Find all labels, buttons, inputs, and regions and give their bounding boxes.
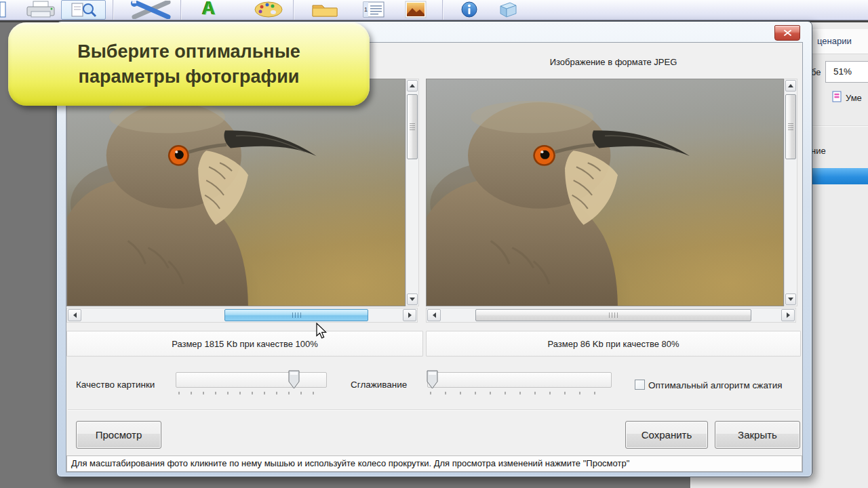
right-arrow-icon xyxy=(408,312,412,318)
balloon-line-2: параметры фотографии xyxy=(79,64,300,89)
main-toolbar: A 1 xyxy=(0,0,868,20)
reduce-label-fragment: Уме xyxy=(846,93,862,103)
scenarios-header-label: ценарии xyxy=(817,36,852,46)
original-size-label: Размер 1815 Kb при качестве 100% xyxy=(172,339,318,349)
font-icon: A xyxy=(202,0,216,18)
toolbar-image-button[interactable] xyxy=(401,1,430,21)
bird-photo xyxy=(427,79,783,306)
original-vertical-scrollbar[interactable] xyxy=(406,79,419,306)
original-size-box: Размер 1815 Kb при качестве 100% xyxy=(66,331,423,357)
right-arrow-icon xyxy=(787,312,790,318)
document-icon xyxy=(0,1,6,18)
folder-icon xyxy=(309,1,340,18)
reduce-item[interactable] xyxy=(832,91,842,105)
down-arrow-icon xyxy=(410,298,415,301)
bird-photo xyxy=(67,79,405,306)
up-arrow-icon xyxy=(410,84,415,87)
vertical-scroll-thumb[interactable] xyxy=(785,94,796,159)
smoothing-slider-ticks xyxy=(430,392,609,394)
compressed-size-label: Размер 86 Kb при качестве 80% xyxy=(547,339,679,349)
original-horizontal-scrollbar[interactable] xyxy=(66,308,418,323)
save-button-label: Сохранить xyxy=(642,429,692,441)
compressed-size-box: Размер 86 Kb при качестве 80% xyxy=(426,331,801,357)
dialog-close-button[interactable] xyxy=(774,25,800,41)
grip-icon xyxy=(609,312,618,318)
print-icon xyxy=(24,1,57,19)
smoothing-slider-label: Сглаживание xyxy=(351,380,407,390)
divider xyxy=(68,409,801,411)
toolbar-preview-button[interactable] xyxy=(61,0,106,20)
grip-icon xyxy=(292,312,301,318)
smoothing-slider[interactable] xyxy=(427,372,612,388)
svg-text:1: 1 xyxy=(364,6,368,13)
word-fragment: ние xyxy=(811,146,826,156)
info-icon xyxy=(460,1,479,19)
scroll-right-button[interactable] xyxy=(403,309,416,321)
toolbar-separator xyxy=(293,0,294,20)
palette-icon xyxy=(252,1,285,19)
scroll-left-button[interactable] xyxy=(427,309,441,321)
scroll-right-button[interactable] xyxy=(781,309,795,321)
optimal-compression-label: Оптимальный алгоритм сжатия xyxy=(648,380,783,390)
toolbar-info-button[interactable] xyxy=(460,1,479,22)
toolbar-calendar-button[interactable]: 1 xyxy=(361,1,387,21)
preview-button-label: Просмотр xyxy=(96,429,142,441)
close-button[interactable]: Закрыть xyxy=(715,421,800,449)
grip-icon xyxy=(788,123,793,130)
toolbar-folder-button[interactable] xyxy=(309,1,340,21)
toolbar-palette-button[interactable] xyxy=(252,1,285,22)
toolbar-separator xyxy=(113,0,113,20)
compressed-horizontal-scrollbar[interactable] xyxy=(426,308,796,323)
up-arrow-icon xyxy=(788,84,793,87)
help-balloon: Выберите оптимальные параметры фотографи… xyxy=(8,22,370,106)
balloon-line-1: Выберите оптимальные xyxy=(77,39,300,64)
status-bar: Для масштабирования фото кликните по нем… xyxy=(66,455,802,472)
scroll-up-button[interactable] xyxy=(785,80,796,92)
quality-slider-ticks xyxy=(178,392,322,394)
toolbar-tools-button[interactable] xyxy=(126,1,176,22)
close-icon xyxy=(784,30,791,36)
zoom-percent-input[interactable]: 51% xyxy=(825,61,868,83)
divider xyxy=(812,125,868,127)
calendar-icon: 1 xyxy=(361,1,387,18)
left-arrow-icon xyxy=(433,312,436,318)
status-text: Для масштабирования фото кликните по нем… xyxy=(71,458,629,468)
quality-slider[interactable] xyxy=(176,372,327,388)
scroll-down-button[interactable] xyxy=(407,293,418,305)
scroll-left-button[interactable] xyxy=(68,309,81,321)
preview-icon xyxy=(66,2,100,18)
quality-slider-thumb[interactable] xyxy=(288,370,300,390)
toolbar-separator xyxy=(442,0,443,20)
compressed-vertical-scrollbar[interactable] xyxy=(784,79,797,306)
toolbar-exit-button[interactable] xyxy=(496,1,521,21)
mouse-cursor xyxy=(316,323,330,342)
scroll-down-button[interactable] xyxy=(785,293,796,305)
compressed-image[interactable] xyxy=(426,79,784,306)
dialog-client-area: Изображение в формате JPEG xyxy=(66,42,803,472)
toolbar-separator xyxy=(180,0,181,20)
toolbar-font-button[interactable]: A xyxy=(202,0,216,19)
quality-slider-label: Качество картинки xyxy=(76,380,155,390)
zoom-percent-value: 51% xyxy=(833,66,852,77)
exit-icon xyxy=(496,1,521,18)
toolbar-document-button[interactable] xyxy=(0,1,6,21)
save-button[interactable]: Сохранить xyxy=(625,421,708,449)
close-button-label: Закрыть xyxy=(738,429,777,441)
horizontal-scroll-thumb[interactable] xyxy=(475,309,751,321)
vertical-scroll-thumb[interactable] xyxy=(407,94,418,159)
scale-label-fragment: бе xyxy=(811,67,821,77)
tools-icon xyxy=(126,1,176,19)
toolbar-print-button[interactable] xyxy=(24,1,57,22)
down-arrow-icon xyxy=(788,298,793,301)
horizontal-scroll-thumb[interactable] xyxy=(224,309,368,321)
selected-scenario-item[interactable] xyxy=(805,168,868,184)
reduce-icon xyxy=(832,91,842,102)
left-arrow-icon xyxy=(73,312,77,318)
scroll-up-button[interactable] xyxy=(407,80,418,92)
preview-button[interactable]: Просмотр xyxy=(76,421,161,449)
smoothing-slider-thumb[interactable] xyxy=(427,370,438,390)
image-icon xyxy=(401,1,430,18)
optimal-compression-checkbox[interactable] xyxy=(635,380,645,390)
grip-icon xyxy=(410,123,415,130)
original-image[interactable] xyxy=(66,79,406,306)
